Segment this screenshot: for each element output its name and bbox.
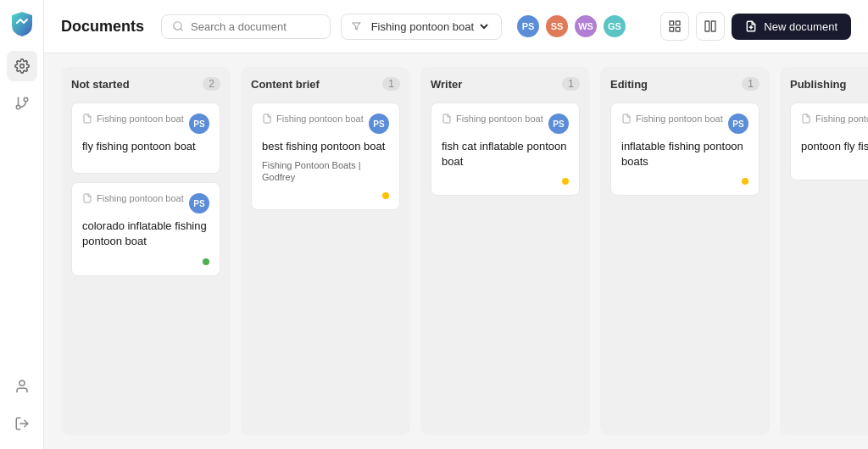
filter-icon [352,21,361,31]
card-inflatable-fishing[interactable]: Fishing pontoon boat PS inflatable fishi… [610,103,760,196]
card-filter-name: Fishing pontoon boat [815,114,868,124]
column-header-not-started: Not started 2 [71,77,220,94]
page-title: Documents [61,18,144,36]
card-avatar: PS [189,114,209,134]
card-footer [262,192,389,199]
kanban-board: Not started 2 Fishing pontoon boat PS fl… [44,53,868,449]
card-footer [442,178,569,185]
sidebar-item-logout[interactable] [7,408,37,439]
app-logo[interactable] [8,10,36,37]
column-title-not-started: Not started [71,78,130,91]
card-top: Fishing pontoon boat PS [442,114,569,134]
column-publishing: Publishing 1 Fishing pontoon boat PS pon… [780,67,868,435]
card-meta: Fishing pontoon boat [82,114,184,124]
svg-rect-11 [670,27,674,31]
main-content: Documents Fishing pontoon boat All docum… [44,0,868,449]
sidebar [0,0,44,449]
svg-marker-8 [353,23,360,30]
view-board-button[interactable] [696,12,725,41]
doc-icon [442,114,452,124]
svg-point-4 [19,380,25,385]
header-actions: New document [660,12,851,41]
status-dot-yellow [562,178,569,185]
card-avatar: PS [548,114,569,134]
card-fly-fishing[interactable]: Fishing pontoon boat PS fly fishing pont… [71,103,220,174]
filter-select[interactable]: Fishing pontoon boat All documents [368,19,491,34]
avatar-gs[interactable]: GS [602,14,627,39]
doc-icon [621,114,632,124]
column-count-not-started: 2 [203,77,220,91]
card-top: Fishing pontoon boat PS [621,114,748,134]
card-meta: Fishing pontoon boat [621,114,723,124]
svg-line-7 [181,29,183,31]
card-title: best fishing pontoon boat [262,139,389,154]
avatar-ss[interactable]: SS [544,14,570,39]
card-meta: Fishing pontoon boat [442,114,543,124]
search-input[interactable] [191,20,320,33]
card-subtitle: Fishing Pontoon Boats | Godfrey [262,159,389,184]
card-filter-name: Fishing pontoon boat [97,114,184,124]
svg-rect-9 [670,21,674,25]
column-title-content-brief: Content brief [251,78,320,91]
search-icon [172,20,184,32]
doc-icon [82,193,92,203]
svg-rect-14 [712,21,716,31]
column-editing: Editing 1 Fishing pontoon boat PS inflat… [600,67,770,435]
status-dot-yellow [742,178,748,185]
column-header-editing: Editing 1 [610,77,760,94]
column-header-writer: Writer 1 [431,77,580,94]
column-header-publishing: Publishing 1 [790,77,868,94]
new-document-button[interactable]: New document [732,14,851,40]
card-title: pontoon fly fishing boat [801,139,868,154]
column-title-publishing: Publishing [790,78,846,91]
sidebar-item-user[interactable] [7,371,37,402]
avatar-ws[interactable]: WS [573,14,598,39]
filter-dropdown[interactable]: Fishing pontoon boat All documents [341,14,502,40]
sidebar-item-settings[interactable] [7,51,37,81]
card-top: Fishing pontoon boat PS [82,193,209,213]
card-filter-name: Fishing pontoon boat [97,193,184,203]
card-footer [621,178,748,185]
card-footer [82,258,209,265]
column-not-started: Not started 2 Fishing pontoon boat PS fl… [61,67,231,435]
card-top: Fishing pontoon boat PS [82,114,209,134]
card-fish-cat[interactable]: Fishing pontoon boat PS fish cat inflata… [431,103,580,196]
avatar-ps[interactable]: PS [515,14,541,39]
column-count-editing: 1 [742,77,760,91]
svg-rect-12 [676,27,681,31]
card-avatar: PS [369,114,389,134]
avatars-group: PS SS WS GS [515,14,627,39]
card-colorado-fishing[interactable]: Fishing pontoon boat PS colorado inflata… [71,182,220,275]
card-best-fishing[interactable]: Fishing pontoon boat PS best fishing pon… [251,103,400,210]
sidebar-item-branches[interactable] [7,88,37,119]
column-content-brief: Content brief 1 Fishing pontoon boat PS … [241,67,410,435]
column-title-editing: Editing [610,78,648,91]
card-meta: Fishing pontoon boat [262,114,364,124]
card-title: fly fishing pontoon boat [82,139,209,154]
card-footer [801,163,868,169]
card-title: colorado inflatable fishing pontoon boat [82,219,209,249]
search-box[interactable] [161,14,331,39]
card-meta: Fishing pontoon boat [801,114,868,124]
card-title: fish cat inflatable pontoon boat [442,139,569,169]
card-avatar: PS [728,114,748,134]
card-filter-name: Fishing pontoon boat [456,114,543,124]
view-list-button[interactable] [660,12,689,41]
card-avatar: PS [189,193,209,213]
svg-point-0 [19,64,24,69]
doc-icon [82,114,92,124]
column-header-content-brief: Content brief 1 [251,77,400,94]
column-title-writer: Writer [431,78,462,91]
column-count-content-brief: 1 [382,77,400,91]
svg-rect-13 [705,21,709,31]
header: Documents Fishing pontoon boat All docum… [44,0,868,53]
doc-icon [801,114,811,124]
card-pontoon-fly[interactable]: Fishing pontoon boat PS pontoon fly fish… [790,103,868,180]
card-filter-name: Fishing pontoon boat [276,114,364,124]
column-count-writer: 1 [562,77,580,91]
card-meta: Fishing pontoon boat [82,193,184,203]
status-dot-green [203,258,209,265]
card-title: inflatable fishing pontoon boats [621,139,748,169]
doc-icon [262,114,272,124]
card-top: Fishing pontoon boat PS [262,114,389,134]
